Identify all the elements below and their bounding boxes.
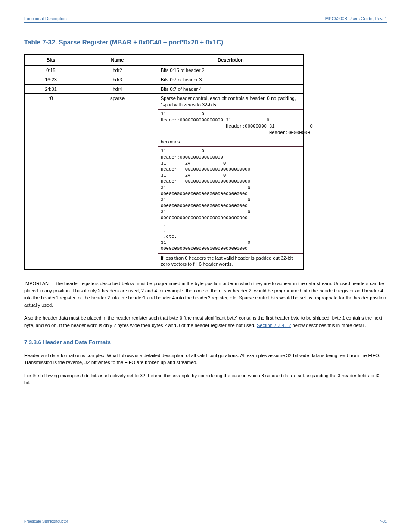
- cell-name: hdr4: [77, 84, 158, 94]
- table-title: Table 7-32. Sparse Register (MBAR + 0x0C…: [24, 38, 387, 46]
- cell-name: hdr3: [77, 75, 158, 84]
- subsection-heading: 7.3.3.6 Header and Data Formats: [24, 338, 387, 347]
- cell-name: sparse: [77, 94, 158, 269]
- footer-page-number: 7-31: [379, 519, 387, 523]
- cell-desc: Bits 0:7 of header 4: [158, 84, 304, 94]
- table-row: 24:31 hdr4 Bits 0:7 of header 4: [25, 84, 304, 94]
- page-footer: Freescale Semiconductor 7-31: [24, 517, 387, 523]
- sparse-mid: becomes: [158, 137, 303, 147]
- cell-desc: Bits 0:15 of header 2: [158, 65, 304, 75]
- cell-name: hdr2: [77, 65, 158, 75]
- paragraph: Also the header data must be placed in t…: [24, 314, 387, 329]
- paragraph: IMPORTANT—the header registers described…: [24, 280, 387, 308]
- footer-left: Freescale Semiconductor: [24, 519, 68, 523]
- cell-desc: Bits 0:7 of header 3: [158, 75, 304, 84]
- col-header-name: Name: [77, 55, 158, 65]
- page-header: Functional Description MPC5200B Users Gu…: [24, 16, 387, 23]
- col-header-bits: Bits: [25, 55, 77, 65]
- cross-reference-link[interactable]: Section 7.3.4.12: [257, 323, 291, 328]
- table-row: 16:23 hdr3 Bits 0:7 of header 3: [25, 75, 304, 84]
- col-header-desc: Description: [158, 55, 304, 65]
- cell-bits: :0: [25, 94, 77, 269]
- table-row: 0:15 hdr2 Bits 0:15 of header 2: [25, 65, 304, 75]
- paragraph: For the following examples hdr_bits is e…: [24, 372, 387, 386]
- cell-bits: 16:23: [25, 75, 77, 84]
- para2b: below describes this in more detail.: [291, 323, 366, 328]
- cell-desc-sparse: Sparse header control, each bit controls…: [158, 94, 304, 269]
- sparse-intro: Sparse header control, each bit controls…: [158, 94, 303, 110]
- sparse-diagram-1: 31 0 Header:0000000000000000 31 0 Header…: [161, 111, 301, 136]
- cell-bits: 0:15: [25, 65, 77, 75]
- paragraph: Header and data formation is complex. Wh…: [24, 352, 387, 366]
- sparse-trailer: If less than 6 headers the last valid he…: [158, 254, 303, 269]
- sparse-diagram-2: 31 0 Header:0000000000000000 31 24 0 Hea…: [161, 148, 301, 252]
- header-right: MPC5200B Users Guide, Rev. 1: [325, 16, 387, 21]
- table-row-sparse: :0 sparse Sparse header control, each bi…: [25, 94, 304, 269]
- cell-bits: 24:31: [25, 84, 77, 94]
- header-left: Functional Description: [24, 16, 67, 21]
- register-table: Bits Name Description 0:15 hdr2 Bits 0:1…: [24, 54, 304, 270]
